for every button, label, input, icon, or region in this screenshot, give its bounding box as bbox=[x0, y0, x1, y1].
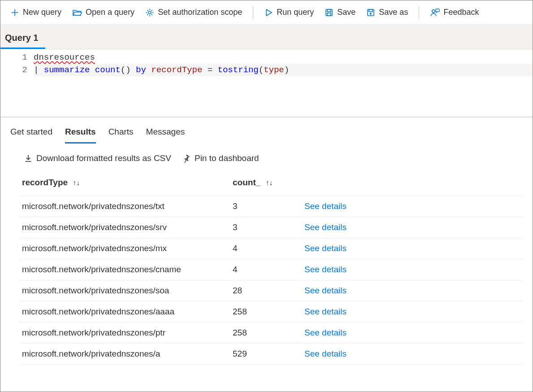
save-label: Save bbox=[337, 8, 355, 17]
gear-icon bbox=[145, 8, 154, 17]
token-tostring: tostring bbox=[218, 65, 259, 75]
token-summarize: summarize bbox=[44, 65, 90, 75]
play-icon bbox=[264, 8, 273, 17]
svg-point-0 bbox=[148, 11, 151, 14]
col-header-recordtype-label: recordType bbox=[22, 178, 68, 187]
plus-icon bbox=[10, 8, 19, 17]
table-row: microsoft.network/privatednszones/srv3Se… bbox=[19, 217, 523, 238]
cell-count: 3 bbox=[230, 217, 302, 238]
cell-details: See details bbox=[302, 238, 523, 259]
table-row: microsoft.network/privatednszones/ptr258… bbox=[19, 322, 523, 344]
cell-details: See details bbox=[302, 196, 523, 217]
tab-results[interactable]: Results bbox=[65, 124, 96, 144]
see-details-link[interactable]: See details bbox=[304, 349, 347, 358]
pin-icon bbox=[182, 154, 191, 163]
see-details-link[interactable]: See details bbox=[304, 222, 347, 232]
cell-count: 28 bbox=[230, 280, 302, 301]
token-alias: recordType bbox=[151, 65, 202, 75]
see-details-link[interactable]: See details bbox=[304, 286, 347, 295]
save-as-button[interactable]: Save as bbox=[362, 5, 412, 20]
query-tab-label: Query 1 bbox=[5, 33, 38, 43]
query-tabs: Query 1 bbox=[0, 25, 533, 49]
cell-recordtype: microsoft.network/privatednszones/ptr bbox=[19, 322, 230, 344]
tab-messages[interactable]: Messages bbox=[146, 124, 185, 144]
results-actions: Download formatted results as CSV Pin to… bbox=[0, 144, 533, 169]
results-table-wrap: recordType ↑↓ count_ ↑↓ microsoft.networ… bbox=[0, 169, 533, 365]
save-as-icon bbox=[366, 8, 375, 17]
results-area: Get started Results Charts Messages Down… bbox=[0, 118, 533, 392]
tab-results-label: Results bbox=[65, 127, 96, 136]
cell-count: 4 bbox=[230, 259, 302, 280]
col-header-count[interactable]: count_ ↑↓ bbox=[230, 173, 302, 196]
token-type: type bbox=[264, 65, 284, 75]
cell-recordtype: microsoft.network/privatednszones/txt bbox=[19, 196, 230, 217]
see-details-link[interactable]: See details bbox=[304, 307, 347, 316]
open-query-button[interactable]: Open a query bbox=[68, 5, 139, 20]
feedback-label: Feedback bbox=[443, 8, 479, 17]
see-details-link[interactable]: See details bbox=[304, 244, 347, 253]
feedback-button[interactable]: Feedback bbox=[425, 5, 483, 20]
tab-charts[interactable]: Charts bbox=[108, 124, 134, 144]
cell-count: 258 bbox=[230, 301, 302, 322]
svg-rect-2 bbox=[327, 9, 331, 12]
cell-details: See details bbox=[302, 259, 523, 280]
pin-dashboard-label: Pin to dashboard bbox=[195, 153, 259, 163]
sort-arrows-icon: ↑↓ bbox=[73, 179, 80, 187]
download-csv-button[interactable]: Download formatted results as CSV bbox=[24, 153, 171, 163]
col-header-recordtype[interactable]: recordType ↑↓ bbox=[19, 173, 230, 196]
code-editor[interactable]: 1 2 dnsresources | summarize count() by … bbox=[0, 49, 533, 116]
svg-rect-7 bbox=[436, 9, 439, 12]
cell-details: See details bbox=[302, 217, 523, 238]
token-close: ) bbox=[284, 65, 289, 75]
cell-count: 529 bbox=[230, 344, 302, 365]
toolbar: New query Open a query Set authorization… bbox=[0, 0, 533, 25]
see-details-link[interactable]: See details bbox=[304, 201, 347, 211]
code-line-2: | summarize count() by recordType = tost… bbox=[34, 64, 533, 76]
results-table: recordType ↑↓ count_ ↑↓ microsoft.networ… bbox=[19, 173, 523, 365]
toolbar-separator bbox=[419, 6, 419, 19]
tab-charts-label: Charts bbox=[108, 127, 134, 136]
folder-open-icon bbox=[72, 8, 82, 17]
svg-point-6 bbox=[432, 9, 435, 12]
open-query-label: Open a query bbox=[86, 8, 134, 17]
see-details-link[interactable]: See details bbox=[304, 328, 347, 337]
cell-recordtype: microsoft.network/privatednszones/a bbox=[19, 344, 230, 365]
cell-count: 3 bbox=[230, 196, 302, 217]
table-row: microsoft.network/privatednszones/aaaa25… bbox=[19, 301, 523, 322]
tab-get-started[interactable]: Get started bbox=[10, 124, 52, 144]
cell-details: See details bbox=[302, 344, 523, 365]
cell-recordtype: microsoft.network/privatednszones/mx bbox=[19, 238, 230, 259]
editor-code[interactable]: dnsresources | summarize count() by reco… bbox=[34, 49, 533, 116]
code-line-1: dnsresources bbox=[34, 51, 533, 64]
pin-dashboard-button[interactable]: Pin to dashboard bbox=[182, 153, 259, 163]
token-by: by bbox=[131, 65, 152, 75]
table-row: microsoft.network/privatednszones/cname4… bbox=[19, 259, 523, 280]
save-button[interactable]: Save bbox=[320, 5, 360, 20]
token-pipe: | bbox=[34, 65, 44, 75]
token-eq: = bbox=[202, 65, 217, 75]
query-tab-1[interactable]: Query 1 bbox=[0, 29, 45, 49]
line-number: 2 bbox=[0, 64, 27, 76]
col-header-details bbox=[302, 173, 523, 196]
tab-messages-label: Messages bbox=[146, 127, 185, 136]
table-row: microsoft.network/privatednszones/txt3Se… bbox=[19, 196, 523, 217]
see-details-link[interactable]: See details bbox=[304, 265, 347, 274]
auth-scope-button[interactable]: Set authorization scope bbox=[141, 5, 247, 20]
table-row: microsoft.network/privatednszones/mx4See… bbox=[19, 238, 523, 259]
token-table: dnsresources bbox=[34, 52, 95, 62]
cell-recordtype: microsoft.network/privatednszones/srv bbox=[19, 217, 230, 238]
auth-scope-label: Set authorization scope bbox=[158, 8, 242, 17]
run-query-button[interactable]: Run query bbox=[260, 5, 318, 20]
new-query-label: New query bbox=[23, 8, 61, 17]
svg-rect-5 bbox=[369, 9, 373, 12]
sort-arrows-icon: ↑↓ bbox=[266, 179, 273, 187]
new-query-button[interactable]: New query bbox=[6, 5, 66, 20]
tab-get-started-label: Get started bbox=[10, 127, 52, 136]
run-query-label: Run query bbox=[277, 8, 314, 17]
cell-details: See details bbox=[302, 301, 523, 322]
col-header-count-label: count_ bbox=[233, 178, 260, 187]
table-row: microsoft.network/privatednszones/soa28S… bbox=[19, 280, 523, 301]
save-icon bbox=[325, 8, 334, 17]
editor-gutter: 1 2 bbox=[0, 49, 34, 116]
svg-rect-3 bbox=[327, 13, 331, 16]
